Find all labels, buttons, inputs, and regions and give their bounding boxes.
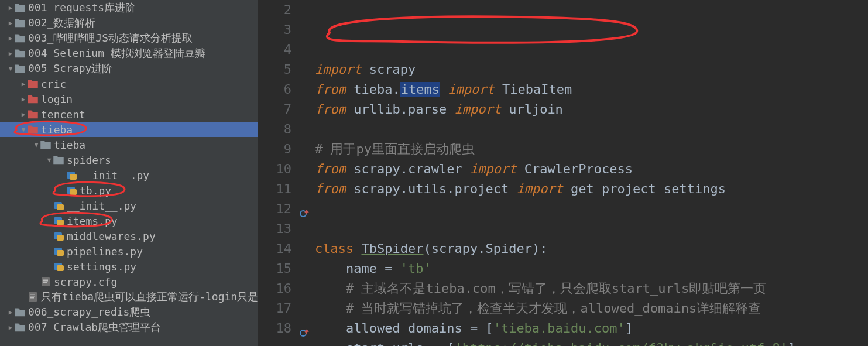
code-line[interactable] bbox=[315, 119, 868, 139]
expand-arrow-icon[interactable] bbox=[20, 111, 27, 118]
tree-item-label: tb.py bbox=[80, 184, 111, 197]
tree-item-007_Crawlab爬虫管理平台[interactable]: 007_Crawlab爬虫管理平台 bbox=[0, 320, 258, 335]
tree-item-tencent[interactable]: tencent bbox=[0, 107, 258, 122]
line-number: 11 bbox=[258, 179, 291, 199]
expand-arrow-icon[interactable] bbox=[20, 95, 27, 103]
code-line[interactable]: from scrapy.utils.project import get_pro… bbox=[315, 179, 868, 199]
tree-item-spiders[interactable]: spiders bbox=[0, 152, 258, 167]
svg-rect-7 bbox=[57, 220, 64, 225]
tree-item-scrapy.cfg[interactable]: scrapy.cfg bbox=[0, 274, 258, 289]
code-line[interactable]: import scrapy bbox=[315, 60, 868, 80]
folder-icon bbox=[27, 78, 39, 89]
code-line[interactable]: # 当时就写错掉坑了，检查半天才发现，allowed_domains详细解释查 bbox=[315, 299, 868, 318]
line-number: 18 bbox=[258, 318, 291, 338]
svg-rect-5 bbox=[57, 204, 64, 210]
tree-item-005_Scrapy进阶[interactable]: 005_Scrapy进阶 bbox=[0, 61, 258, 76]
tree-item-label: settings.py bbox=[67, 261, 136, 273]
gutter-icons bbox=[297, 0, 315, 346]
svg-rect-13 bbox=[57, 265, 64, 271]
tree-item-label: spiders bbox=[67, 154, 111, 166]
expand-arrow-icon[interactable] bbox=[7, 65, 14, 73]
tree-item-login[interactable]: login bbox=[0, 91, 258, 107]
expand-arrow-icon[interactable] bbox=[7, 4, 14, 12]
tree-item-label: middlewares.py bbox=[67, 230, 156, 242]
expand-arrow-icon[interactable] bbox=[7, 35, 14, 42]
svg-rect-1 bbox=[70, 174, 77, 180]
tree-item-001_requests库进阶[interactable]: 001_requests库进阶 bbox=[0, 0, 258, 15]
line-number: 4 bbox=[258, 40, 291, 60]
tree-item-items.py[interactable]: items.py bbox=[0, 213, 258, 228]
tree-item-label: scrapy.cfg bbox=[54, 276, 117, 288]
tree-item-tb.py[interactable]: tb.py bbox=[0, 183, 258, 198]
tree-item-label: 007_Crawlab爬虫管理平台 bbox=[28, 320, 161, 334]
svg-rect-20 bbox=[30, 296, 35, 297]
expand-arrow-icon[interactable] bbox=[7, 309, 14, 316]
tree-item-label: 003_哔哩哔哩JS动态请求分析提取 bbox=[28, 31, 193, 45]
expand-arrow-icon[interactable] bbox=[46, 156, 53, 164]
tree-item-004_Selenium_模拟浏览器登陆豆瓣[interactable]: 004_Selenium_模拟浏览器登陆豆瓣 bbox=[0, 46, 258, 61]
folder-icon bbox=[40, 139, 52, 150]
tree-item-__init__.py[interactable]: __init__.py bbox=[0, 198, 258, 213]
python-file-icon bbox=[66, 186, 77, 195]
tree-item-label: cric bbox=[41, 78, 66, 90]
expand-arrow-icon[interactable] bbox=[20, 126, 27, 133]
python-file-icon bbox=[66, 170, 77, 180]
code-line[interactable]: name = 'tb' bbox=[315, 259, 868, 279]
tree-item-tieba[interactable]: tieba bbox=[0, 122, 258, 137]
tree-item-label: items.py bbox=[67, 215, 118, 227]
tree-item-__init__.py[interactable]: __init__.py bbox=[0, 167, 258, 183]
code-line[interactable]: # 主域名不是tieba.com，写错了，只会爬取start_urls即贴吧第一… bbox=[315, 279, 868, 299]
tree-item-003_哔哩哔哩JS动态请求分析提取[interactable]: 003_哔哩哔哩JS动态请求分析提取 bbox=[0, 30, 258, 46]
expand-arrow-icon[interactable] bbox=[7, 324, 14, 331]
folder-icon bbox=[14, 48, 26, 59]
folder-icon bbox=[14, 307, 26, 317]
line-number: 14 bbox=[258, 239, 291, 259]
line-number: 12 bbox=[258, 199, 291, 219]
code-line[interactable]: start_urls = ['https://tieba.baidu.com/f… bbox=[315, 338, 868, 346]
line-number: 13 bbox=[258, 219, 291, 239]
tree-item-tieba[interactable]: tieba bbox=[0, 137, 258, 152]
tree-item-middlewares.py[interactable]: middlewares.py bbox=[0, 228, 258, 244]
folder-icon bbox=[53, 155, 64, 165]
tree-item-label: 006_scrapy_redis爬虫 bbox=[28, 305, 150, 319]
code-line[interactable] bbox=[315, 219, 868, 239]
line-number: 3 bbox=[258, 20, 291, 40]
svg-rect-17 bbox=[43, 282, 47, 283]
override-gutter-icon[interactable] bbox=[299, 324, 311, 344]
line-number: 17 bbox=[258, 299, 291, 318]
tree-item-006_scrapy_redis爬虫[interactable]: 006_scrapy_redis爬虫 bbox=[0, 304, 258, 320]
svg-rect-21 bbox=[30, 297, 34, 299]
project-tree[interactable]: 001_requests库进阶002_数据解析003_哔哩哔哩JS动态请求分析提… bbox=[0, 0, 258, 346]
tree-item-只有tieba爬虫可以直接正常运行-login只是模拟登录-c[interactable]: 只有tieba爬虫可以直接正常运行-login只是模拟登录-c bbox=[0, 289, 258, 304]
folder-icon bbox=[27, 109, 39, 119]
expand-arrow-icon[interactable] bbox=[7, 19, 14, 27]
override-gutter-icon[interactable] bbox=[299, 205, 311, 225]
expand-arrow-icon[interactable] bbox=[20, 80, 27, 88]
svg-rect-9 bbox=[57, 235, 64, 241]
expand-arrow-icon[interactable] bbox=[33, 141, 40, 149]
code-line[interactable]: from urllib.parse import urljoin bbox=[315, 100, 868, 119]
svg-rect-15 bbox=[43, 279, 48, 280]
tree-item-002_数据解析[interactable]: 002_数据解析 bbox=[0, 15, 258, 30]
expand-arrow-icon[interactable] bbox=[7, 50, 14, 57]
tree-item-pipelines.py[interactable]: pipelines.py bbox=[0, 244, 258, 259]
folder-icon bbox=[14, 2, 26, 13]
code-line[interactable] bbox=[315, 199, 868, 219]
line-number: 15 bbox=[258, 259, 291, 279]
tree-item-settings.py[interactable]: settings.py bbox=[0, 259, 258, 274]
code-line[interactable]: allowed_domains = ['tieba.baidu.com'] bbox=[315, 318, 868, 338]
svg-rect-19 bbox=[30, 294, 35, 295]
tree-item-label: 只有tieba爬虫可以直接正常运行-login只是模拟登录-c bbox=[41, 290, 258, 304]
code-line[interactable]: from scrapy.crawler import CrawlerProces… bbox=[315, 159, 868, 179]
svg-rect-3 bbox=[70, 189, 77, 195]
tree-item-label: 001_requests库进阶 bbox=[28, 1, 136, 15]
code-line[interactable]: # 用于py里面直接启动爬虫 bbox=[315, 139, 868, 159]
text-file-icon bbox=[27, 292, 39, 302]
code-editor[interactable]: 23456789101112131415161718 import scrapy… bbox=[258, 0, 868, 346]
code-line[interactable]: from tieba.items import TiebaItem bbox=[315, 80, 868, 100]
svg-rect-14 bbox=[42, 277, 50, 286]
code-line[interactable]: class TbSpider(scrapy.Spider): bbox=[315, 239, 868, 259]
python-file-icon bbox=[53, 201, 64, 210]
tree-item-cric[interactable]: cric bbox=[0, 76, 258, 91]
code-area[interactable]: import scrapyfrom tieba.items import Tie… bbox=[315, 0, 868, 346]
